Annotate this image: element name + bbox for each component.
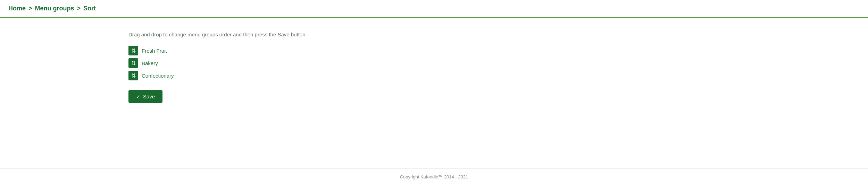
breadcrumb-separator-1: > bbox=[28, 5, 32, 12]
save-button[interactable]: ✓ Save bbox=[128, 90, 162, 103]
sort-item-label: Bakery bbox=[142, 60, 158, 66]
breadcrumb-separator-2: > bbox=[77, 5, 81, 12]
sort-item[interactable]: Fresh Fruit bbox=[128, 46, 174, 55]
sort-item-label: Fresh Fruit bbox=[142, 48, 167, 54]
updown-arrow-icon bbox=[131, 47, 136, 54]
sort-list: Fresh Fruit Bakery Confectionary bbox=[128, 46, 174, 80]
save-button-label: Save bbox=[143, 94, 155, 99]
sort-item-label: Confectionary bbox=[142, 73, 174, 79]
breadcrumb-home[interactable]: Home bbox=[8, 5, 26, 12]
breadcrumb-current: Sort bbox=[83, 5, 96, 12]
copyright-text: Copyright Kafoodle™ 2014 - 2021 bbox=[400, 174, 468, 179]
drag-handle-icon[interactable] bbox=[128, 46, 138, 55]
checkmark-icon: ✓ bbox=[136, 94, 140, 99]
footer: Copyright Kafoodle™ 2014 - 2021 bbox=[0, 168, 868, 185]
main-content: Drag and drop to change menu groups orde… bbox=[0, 18, 868, 168]
instruction-text: Drag and drop to change menu groups orde… bbox=[128, 32, 306, 37]
sort-item[interactable]: Bakery bbox=[128, 58, 174, 68]
breadcrumb-menu-groups[interactable]: Menu groups bbox=[35, 5, 74, 12]
drag-handle-icon[interactable] bbox=[128, 58, 138, 68]
updown-arrow-icon bbox=[131, 60, 136, 67]
sort-item[interactable]: Confectionary bbox=[128, 71, 174, 80]
updown-arrow-icon bbox=[131, 72, 136, 79]
drag-handle-icon[interactable] bbox=[128, 71, 138, 80]
breadcrumb: Home > Menu groups > Sort bbox=[0, 0, 868, 18]
